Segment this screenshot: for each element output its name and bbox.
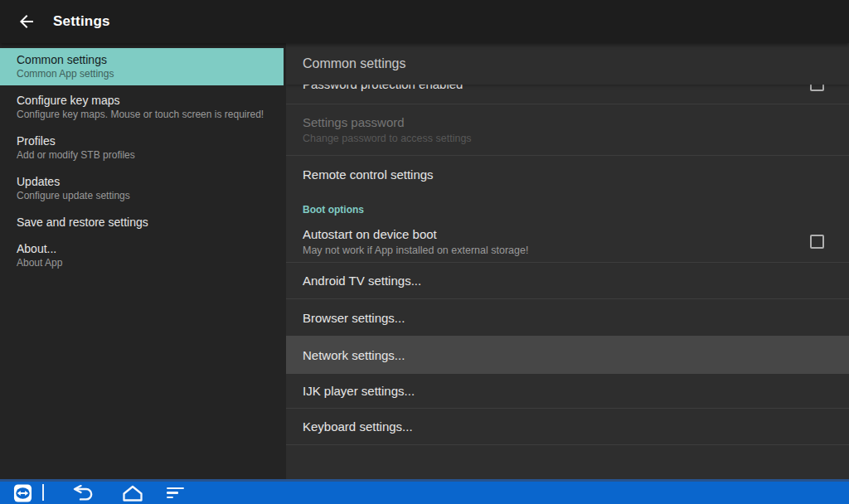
sidebar-item-sublabel: Configure update settings xyxy=(17,190,269,202)
nav-separator xyxy=(42,484,44,501)
row-network-settings[interactable]: Network settings... xyxy=(286,336,849,374)
page-title: Settings xyxy=(53,13,110,30)
sidebar: Common settings Common App settings Conf… xyxy=(0,43,286,479)
row-title: IJK player settings... xyxy=(303,383,824,399)
row-subtitle: May not work if App installed on externa… xyxy=(303,244,810,257)
back-icon[interactable] xyxy=(70,485,95,502)
back-arrow-icon[interactable] xyxy=(17,12,36,32)
sidebar-item-profiles[interactable]: Profiles Add or modify STB profiles xyxy=(0,129,286,167)
sidebar-item-updates[interactable]: Updates Configure update settings xyxy=(0,170,286,207)
content-header: Common settings xyxy=(286,43,849,85)
teamviewer-icon[interactable] xyxy=(13,483,32,502)
sidebar-item-sublabel: Common App settings xyxy=(17,68,267,80)
sidebar-item-label: About... xyxy=(17,241,269,256)
settings-screen: Settings Common settings Common App sett… xyxy=(0,0,849,504)
content-panel: Common settings Password protection enab… xyxy=(286,43,849,479)
row-subtitle: Change password to access settings xyxy=(303,132,824,145)
android-nav-bar xyxy=(0,479,849,504)
section-boot-options: Boot options xyxy=(286,192,849,220)
section-label: Boot options xyxy=(303,204,364,216)
sidebar-item-label: Common settings xyxy=(17,52,267,67)
sidebar-item-common-settings[interactable]: Common settings Common App settings xyxy=(0,48,284,85)
row-title: Autostart on device boot xyxy=(303,226,810,242)
sidebar-item-sublabel: About App xyxy=(17,257,269,269)
sidebar-item-about[interactable]: About... About App xyxy=(0,237,286,274)
sidebar-item-label: Profiles xyxy=(17,133,269,148)
autostart-checkbox[interactable] xyxy=(810,235,824,249)
row-browser-settings[interactable]: Browser settings... xyxy=(286,299,849,336)
settings-list: Password protection enabled Settings pas… xyxy=(286,85,849,445)
row-ijk-player-settings[interactable]: IJK player settings... xyxy=(286,374,849,409)
sidebar-item-sublabel: Configure key maps. Mouse or touch scree… xyxy=(17,109,269,121)
home-icon[interactable] xyxy=(119,485,146,502)
row-title: Browser settings... xyxy=(303,310,824,326)
sidebar-item-sublabel: Add or modify STB profiles xyxy=(17,149,269,162)
body: Common settings Common App settings Conf… xyxy=(0,43,849,479)
recents-icon[interactable] xyxy=(167,487,185,499)
row-title: Network settings... xyxy=(303,347,824,363)
sidebar-item-label: Save and restore settings xyxy=(17,215,269,230)
sidebar-item-configure-key-maps[interactable]: Configure key maps Configure key maps. M… xyxy=(0,89,286,126)
sidebar-item-save-restore[interactable]: Save and restore settings xyxy=(0,211,286,234)
content-header-label: Common settings xyxy=(303,56,406,71)
row-keyboard-settings[interactable]: Keyboard settings... xyxy=(286,409,849,445)
app-bar: Settings xyxy=(0,0,849,43)
row-settings-password: Settings password Change password to acc… xyxy=(286,104,849,156)
row-title: Remote control settings xyxy=(303,167,824,182)
row-title: Android TV settings... xyxy=(303,273,824,288)
row-android-tv-settings[interactable]: Android TV settings... xyxy=(286,263,849,299)
row-remote-control-settings[interactable]: Remote control settings xyxy=(286,156,849,192)
sidebar-item-label: Updates xyxy=(17,174,269,189)
row-title: Settings password xyxy=(303,114,824,130)
row-title: Keyboard settings... xyxy=(303,419,824,434)
sidebar-item-label: Configure key maps xyxy=(17,93,269,108)
row-autostart[interactable]: Autostart on device boot May not work if… xyxy=(286,220,849,263)
